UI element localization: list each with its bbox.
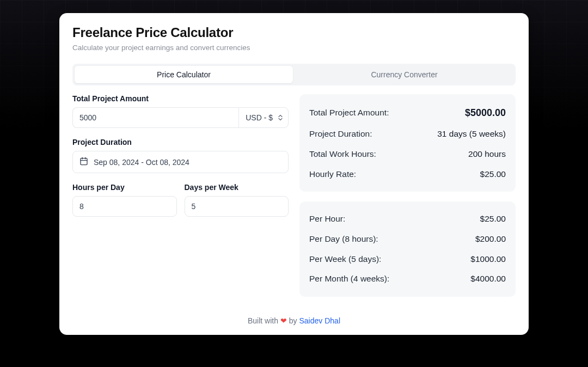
summary-rate-label: Hourly Rate: (309, 167, 356, 182)
summary-total-label: Total Project Amount: (309, 105, 389, 121)
summary-duration-label: Project Duration: (309, 126, 372, 142)
days-per-week-input[interactable] (185, 196, 289, 217)
footer-by: by (289, 316, 297, 325)
tab-price-calculator[interactable]: Price Calculator (75, 66, 293, 83)
days-per-week-label: Days per Week (185, 183, 289, 192)
breakdown-week-label: Per Week (5 days): (309, 252, 381, 267)
hours-per-day-label: Hours per Day (72, 183, 177, 192)
form-panel: Total Project Amount USD - $ Project Dur… (72, 94, 289, 297)
results-panel: Total Project Amount: $5000.00 Project D… (299, 94, 516, 297)
amount-label: Total Project Amount (72, 94, 289, 103)
tab-currency-converter[interactable]: Currency Converter (295, 66, 513, 83)
breakdown-hour-value: $25.00 (480, 211, 506, 227)
date-range-input[interactable]: Sep 08, 2024 - Oct 08, 2024 (72, 151, 289, 173)
hours-per-day-input[interactable] (72, 196, 177, 217)
breakdown-day-value: $200.00 (475, 231, 506, 247)
summary-hours-label: Total Work Hours: (309, 146, 376, 162)
tabs: Price Calculator Currency Converter (72, 64, 516, 85)
amount-input[interactable] (72, 107, 238, 128)
svg-rect-0 (81, 158, 87, 165)
page-subtitle: Calculate your project earnings and conv… (72, 44, 516, 52)
breakdown-panel: Per Hour: $25.00 Per Day (8 hours): $200… (299, 201, 516, 297)
breakdown-month-label: Per Month (4 weeks): (309, 271, 389, 287)
calendar-icon (79, 157, 88, 167)
chevron-updown-icon (278, 115, 283, 121)
footer: Built with ❤ by Saidev Dhal (72, 316, 516, 325)
breakdown-day-label: Per Day (8 hours): (309, 231, 378, 247)
date-range-value: Sep 08, 2024 - Oct 08, 2024 (94, 158, 189, 167)
breakdown-week-value: $1000.00 (470, 252, 506, 267)
currency-select-value: USD - $ (246, 113, 273, 122)
breakdown-month-value: $4000.00 (470, 271, 506, 287)
footer-built-with: Built with (248, 316, 278, 325)
summary-hours-value: 200 hours (468, 146, 506, 162)
content: Total Project Amount USD - $ Project Dur… (72, 94, 516, 297)
summary-panel: Total Project Amount: $5000.00 Project D… (299, 94, 516, 192)
heart-icon: ❤ (280, 316, 287, 325)
summary-duration-value: 31 days (5 weeks) (437, 126, 506, 142)
page-title: Freelance Price Calculator (72, 25, 516, 40)
calculator-card: Freelance Price Calculator Calculate you… (59, 13, 529, 335)
author-link[interactable]: Saidev Dhal (299, 316, 341, 325)
currency-select[interactable]: USD - $ (238, 107, 289, 128)
duration-label: Project Duration (72, 138, 289, 146)
breakdown-hour-label: Per Hour: (309, 211, 345, 227)
summary-rate-value: $25.00 (480, 167, 506, 182)
summary-total-value: $5000.00 (465, 104, 506, 122)
